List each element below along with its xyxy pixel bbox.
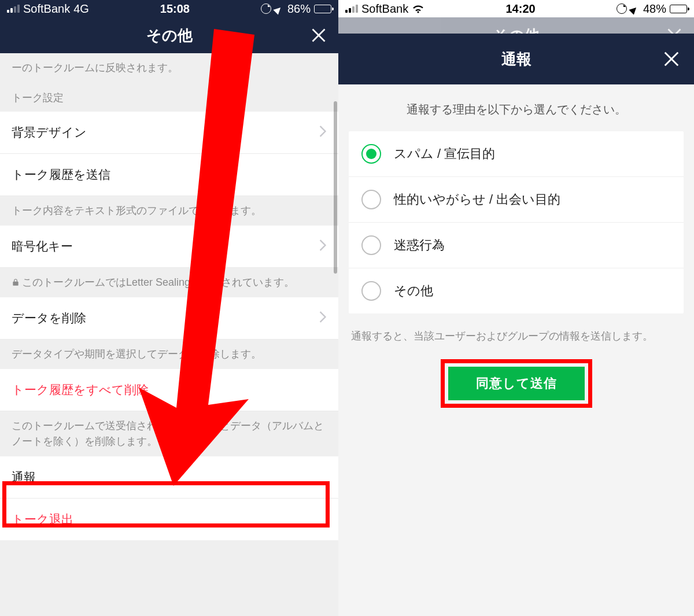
row-send-talk-history[interactable]: トーク履歴を送信 — [0, 154, 338, 196]
option-nuisance[interactable]: 迷惑行為 — [349, 223, 684, 268]
signal-icon — [345, 5, 358, 13]
clock: 14:20 — [505, 2, 535, 16]
row-encryption-key[interactable]: 暗号化キー — [0, 226, 338, 268]
status-bar: SoftBank 14:20 48% — [338, 0, 694, 17]
battery-percent: 48% — [643, 2, 666, 16]
row-delete-all-history[interactable]: トーク履歴をすべて削除 — [0, 369, 338, 411]
option-other[interactable]: その他 — [349, 268, 684, 313]
option-label: スパム / 宣伝目的 — [394, 145, 495, 163]
option-spam[interactable]: スパム / 宣伝目的 — [349, 131, 684, 177]
sync-icon — [261, 3, 271, 14]
sync-icon — [617, 3, 627, 14]
chevron-right-icon — [319, 125, 327, 141]
close-icon — [663, 50, 680, 68]
row-delete-data[interactable]: データを削除 — [0, 297, 338, 340]
clock: 15:08 — [160, 2, 190, 16]
option-label: 迷惑行為 — [394, 237, 445, 254]
lock-icon — [12, 278, 20, 286]
close-icon — [311, 27, 327, 43]
battery-icon — [314, 5, 331, 13]
chevron-right-icon — [319, 239, 327, 254]
row-label: トーク履歴を送信 — [12, 167, 110, 183]
radio-icon — [361, 281, 381, 301]
report-disclaimer: 通報すると、当該ユーザーおよびグループの情報を送信します。 — [338, 313, 694, 357]
row-label: トーク退出 — [12, 511, 73, 528]
radio-selected-icon — [361, 144, 381, 164]
row-report[interactable]: 通報 — [0, 456, 338, 499]
row-background-design[interactable]: 背景デザイン — [0, 112, 338, 154]
signal-icon — [7, 5, 20, 13]
carrier-label: SoftBank — [361, 2, 408, 16]
option-label: 性的いやがらせ / 出会い目的 — [394, 191, 560, 208]
radio-icon — [361, 235, 381, 255]
sheet-close-button[interactable] — [663, 50, 680, 68]
option-label: その他 — [394, 282, 433, 300]
row-label: 背景デザイン — [12, 124, 87, 141]
close-button[interactable] — [311, 27, 327, 43]
option-sexual-harassment[interactable]: 性的いやがらせ / 出会い目的 — [349, 177, 684, 223]
note-letter-sealing: このトークルームではLetter Sealingが適用されています。 — [0, 268, 338, 297]
nav-bar: その他 — [0, 17, 338, 53]
row-label: データを削除 — [12, 310, 86, 326]
note-text: このトークルームではLetter Sealingが適用されています。 — [22, 276, 294, 288]
screenshot-right: SoftBank 14:20 48% その他 通報 — [338, 0, 694, 616]
status-bar: SoftBank 4G 15:08 86% — [0, 0, 338, 17]
row-label: 暗号化キー — [12, 238, 73, 254]
scrollbar[interactable] — [334, 101, 337, 274]
battery-percent: 86% — [287, 2, 311, 16]
wifi-icon — [412, 4, 424, 13]
note-reflect: ーのトークルームに反映されます。 — [0, 53, 338, 83]
row-label: 通報 — [12, 469, 36, 485]
location-icon — [629, 2, 641, 14]
section-header-talk: トーク設定 — [0, 83, 338, 112]
report-sheet: 通報 通報する理由を以下から選んでください。 スパム / 宣伝目的 性的いやがら… — [338, 34, 694, 616]
note-delete-all: このトークルームで送受信されたトーク履歴とデータ（アルバムとノートを除く）を削除… — [0, 411, 338, 456]
screenshot-left: SoftBank 4G 15:08 86% その他 ーのトークルームに反映されま… — [0, 0, 338, 616]
sheet-header: 通報 — [338, 34, 694, 84]
report-prompt: 通報する理由を以下から選んでください。 — [338, 84, 694, 131]
row-label: トーク履歴をすべて削除 — [12, 382, 149, 398]
agree-and-send-button[interactable]: 同意して送信 — [448, 367, 585, 400]
row-leave-talk[interactable]: トーク退出 — [0, 499, 338, 540]
note-send-history: トーク内容をテキスト形式のファイルで送信します。 — [0, 196, 338, 226]
battery-charging-icon — [670, 5, 687, 13]
network-label: 4G — [73, 2, 89, 16]
note-delete-data: データタイプや期間を選択してデータを削除します。 — [0, 340, 338, 369]
sheet-title: 通報 — [501, 49, 531, 69]
chevron-right-icon — [319, 311, 327, 326]
annotation-highlight-submit: 同意して送信 — [441, 359, 592, 408]
location-icon — [273, 2, 285, 14]
report-options: スパム / 宣伝目的 性的いやがらせ / 出会い目的 迷惑行為 その他 — [349, 131, 684, 313]
carrier-label: SoftBank — [23, 2, 70, 16]
radio-icon — [361, 190, 381, 209]
page-title: その他 — [146, 25, 193, 46]
